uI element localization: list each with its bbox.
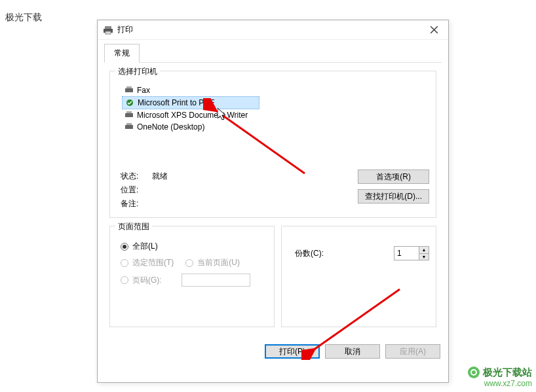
spinner-buttons[interactable]: ▲ ▼ <box>419 246 429 260</box>
cursor-icon <box>218 108 228 122</box>
print-button[interactable]: 打印(P) <box>265 344 320 359</box>
spin-up-icon[interactable]: ▲ <box>419 247 429 254</box>
radio-selection: 选定范围(T) 当前页面(U) <box>121 257 267 268</box>
radio-pages-label: 页码(G): <box>132 275 162 286</box>
copies-label: 份数(C): <box>295 248 324 259</box>
printer-small-icon <box>124 111 134 119</box>
svg-rect-5 <box>125 88 133 92</box>
radio-all[interactable]: 全部(L) <box>121 241 267 252</box>
printer-item-label: Microsoft XPS Document Writer <box>137 111 248 120</box>
svg-rect-10 <box>125 125 133 129</box>
svg-point-14 <box>468 366 480 378</box>
title-bar: 打印 <box>98 20 448 40</box>
radio-selection-label: 选定范围(T) <box>132 257 174 268</box>
printer-list: Fax Microsoft Print to PDF Microsoft XPS… <box>122 84 429 133</box>
watermark-url: www.xz7.com <box>467 379 532 388</box>
copies-input[interactable] <box>394 246 419 260</box>
location-row: 位置: <box>121 185 351 196</box>
radio-icon <box>121 276 128 284</box>
group-copies: 份数(C): ▲ ▼ <box>281 226 436 327</box>
radio-icon <box>121 259 128 267</box>
dialog-title: 打印 <box>117 24 419 35</box>
printer-side-buttons: 首选项(R) 查找打印机(D)... <box>358 169 429 204</box>
printer-small-icon <box>124 123 134 131</box>
radio-all-label: 全部(L) <box>132 241 158 252</box>
status-label: 状态: <box>121 171 152 182</box>
close-button[interactable] <box>419 20 448 40</box>
tab-content: 选择打印机 Fax Microsoft Print to PDF Microso… <box>104 62 442 340</box>
printer-default-icon <box>125 99 134 107</box>
svg-rect-9 <box>126 111 132 113</box>
lower-panels: 页面范围 全部(L) 选定范围(T) 当前页面(U) <box>109 226 436 335</box>
status-value: 就绪 <box>152 171 351 182</box>
group-select-printer: 选择打印机 Fax Microsoft Print to PDF Microso… <box>109 71 436 218</box>
status-row: 状态: 就绪 <box>121 171 351 182</box>
radio-icon <box>121 243 128 251</box>
preferences-button[interactable]: 首选项(R) <box>358 169 429 184</box>
printer-item-xps[interactable]: Microsoft XPS Document Writer <box>122 109 429 121</box>
dialog-buttons: 打印(P) 取消 应用(A) <box>98 340 448 361</box>
find-printer-button[interactable]: 查找打印机(D)... <box>358 189 429 204</box>
radio-pages: 页码(G): <box>121 274 267 287</box>
svg-rect-8 <box>125 113 133 117</box>
printer-item-onenote[interactable]: OneNote (Desktop) <box>122 121 429 133</box>
printer-item-label: OneNote (Desktop) <box>137 122 204 132</box>
spin-down-icon[interactable]: ▼ <box>419 254 429 260</box>
radio-icon <box>185 259 193 267</box>
cancel-button[interactable]: 取消 <box>325 344 380 359</box>
printer-item-label: Microsoft Print to PDF <box>138 98 214 107</box>
watermark-logo-icon <box>467 366 480 379</box>
page-watermark-top: 极光下载 <box>5 12 42 24</box>
print-dialog: 打印 常规 选择打印机 Fax Microsoft Print to PDF <box>97 20 449 383</box>
printer-item-pdf[interactable]: Microsoft Print to PDF <box>122 96 259 109</box>
pages-input <box>182 274 250 287</box>
radio-current-label: 当前页面(U) <box>197 257 240 268</box>
printer-item-label: Fax <box>137 86 150 95</box>
printer-item-fax[interactable]: Fax <box>122 84 429 96</box>
group-page-range: 页面范围 全部(L) 选定范围(T) 当前页面(U) <box>109 226 275 327</box>
printer-small-icon <box>124 86 134 94</box>
svg-rect-2 <box>105 31 111 34</box>
group-select-printer-title: 选择打印机 <box>115 66 160 77</box>
copies-row: 份数(C): ▲ ▼ <box>295 246 429 260</box>
comment-label: 备注: <box>121 198 152 209</box>
location-label: 位置: <box>121 185 152 196</box>
group-page-range-title: 页面范围 <box>115 221 152 232</box>
printer-icon <box>103 25 113 35</box>
watermark-name: 极光下载站 <box>483 366 532 379</box>
page-watermark-bottom: 极光下载站 www.xz7.com <box>467 366 532 388</box>
copies-spinner[interactable]: ▲ ▼ <box>394 246 429 260</box>
tab-row: 常规 <box>98 40 448 63</box>
tab-general[interactable]: 常规 <box>104 44 140 63</box>
svg-rect-11 <box>126 123 132 125</box>
svg-rect-0 <box>105 26 111 29</box>
svg-rect-6 <box>126 86 132 88</box>
apply-button: 应用(A) <box>385 344 440 359</box>
comment-row: 备注: <box>121 198 351 209</box>
